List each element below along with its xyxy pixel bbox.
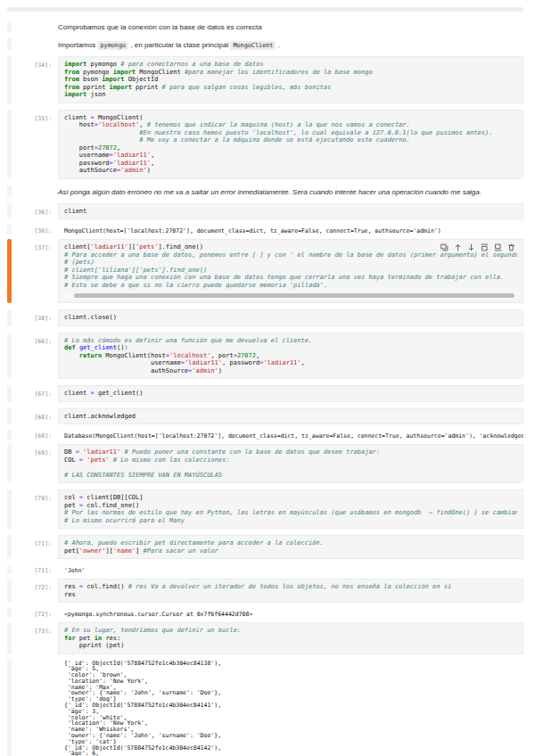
execution-count: [38]: [20,309,52,326]
cell-toolbar [439,242,517,252]
inline-code: MongoClient [230,41,276,50]
code-cell[interactable]: import pymongo # para conectarnos a una … [58,56,523,103]
execution-count: [67]: [20,385,52,402]
cell-row: [37]:client['ladiar11']['pets'].find_one… [7,239,523,303]
cell-collapser [7,489,12,529]
cell-collapser [7,430,12,440]
execution-count: [73]: [20,622,52,654]
cell-row: [36]:client [7,203,523,220]
code-editor: # Lo más cómodo es definir una función q… [64,337,517,375]
code-editor: # En su lugar, tendríamos que definir un… [64,627,517,650]
cell-row: [71]:'John' [7,564,523,574]
output-area: 'John' [58,564,523,574]
execution-count [20,185,52,197]
code-editor: import pymongo # para conectarnos a una … [64,61,517,99]
scrollbar-thumb[interactable] [74,293,514,298]
markdown-text: Comprobamos que la conexión con la base … [58,23,262,31]
execution-count [20,21,52,32]
notebook-cells: Comprobamos que la conexión con la base … [0,21,535,756]
cell-row: [38]:client.close() [7,309,523,326]
markdown-text: . [276,41,279,49]
code-cell[interactable]: client = get_client() [58,385,523,402]
cell-collapser [7,579,12,603]
code-cell[interactable]: # En su lugar, tendríamos que definir un… [58,622,523,654]
cell-row: [71]:# Ahora, puedo escribir pet directa… [7,535,523,559]
active-cell-indicator[interactable] [7,239,12,303]
markdown-text: Así ponga algún dato erróneo no me va a … [58,188,482,196]
cell-collapser [7,56,12,103]
execution-count: [36]: [20,225,52,234]
execution-count: [71]: [20,535,52,559]
cell-row: {'_id': ObjectId('57884752fe1c4b304ec841… [7,660,523,756]
cell-collapser [7,110,12,179]
execution-count: [37]: [20,239,52,303]
cell-collapser [7,408,12,425]
code-cell[interactable]: client.close() [58,309,523,326]
execution-count: [72]: [20,608,52,618]
execution-count: [70]: [20,489,52,529]
code-cell[interactable]: # Ahora, puedo escribir pet directamente… [58,535,523,559]
cell-collapser [7,309,12,326]
output-area: Database(MongoClient(host=['localhost:27… [58,430,523,440]
cell-collapser [7,535,12,559]
execution-count [20,660,52,756]
execution-count: [68]: [20,430,52,440]
code-cell[interactable]: client [58,203,523,220]
code-editor: res = col.find() # res Va a devolver un … [64,583,517,598]
cell-row: [34]:import pymongo # para conectarnos a… [7,56,523,103]
execution-count: [34]: [20,56,52,103]
insert-cell-below-icon[interactable] [494,243,502,251]
code-editor: client = MongoClient( host='localhost', … [64,114,517,175]
cell-row: [72]:res = col.find() # res Va a devolve… [7,579,523,603]
horizontal-scrollbar[interactable] [64,292,517,299]
code-editor: # Ahora, puedo escribir pet directamente… [64,539,517,555]
markdown-cell[interactable]: Comprobamos que la conexión con la base … [58,21,523,32]
cell-row: [68]:Database(MongoClient(host=['localho… [7,430,523,440]
execution-count: [69]: [20,444,52,483]
cell-collapser [7,444,12,483]
cell-row: Importamos pymongo , en particular la cl… [7,38,523,50]
inline-code: pymongo [97,41,128,50]
cell-row: [70]:col = client[DB][COL]pet = col.find… [7,489,523,529]
duplicate-cell-icon[interactable] [440,243,449,251]
cell-collapser [7,38,12,50]
move-cell-down-icon[interactable] [467,243,475,251]
cell-row: Comprobamos que la conexión con la base … [7,21,523,32]
code-cell[interactable]: col = client[DB][COL]pet = col.find_one(… [58,489,523,529]
cell-row: [36]:MongoClient(host=['localhost:27072'… [7,225,523,234]
code-editor: col = client[DB][COL]pet = col.find_one(… [64,494,517,524]
code-cell[interactable]: client = MongoClient( host='localhost', … [58,110,523,179]
code-editor: client.close() [64,314,517,322]
code-editor: client [64,208,517,216]
cell-collapser [7,660,12,756]
output-area: <pymongo.synchronous.cursor.Cursor at 0x… [58,608,523,618]
code-cell[interactable]: res = col.find() # res Va a devolver un … [58,579,523,603]
code-cell[interactable]: DB = 'ladiar11' # Puedo poner una consta… [58,444,523,483]
code-cell[interactable]: # Lo más cómodo es definir una función q… [58,333,523,380]
cell-row: [68]:client.acknowledged [7,408,523,425]
cell-collapser [7,21,12,32]
jupyter-notebook: Comprobamos que la conexión con la base … [0,0,535,756]
markdown-text: , en particular la clase principal [128,41,230,49]
cell-collapser [7,564,12,574]
execution-count [20,38,52,50]
move-cell-up-icon[interactable] [454,243,462,251]
code-editor: client.acknowledged [64,413,517,421]
output-area: {'_id': ObjectId('57884752fe1c4b304ec841… [58,660,523,756]
markdown-cell[interactable]: Así ponga algún dato erróneo no me va a … [58,185,523,197]
cell-row: [69]:DB = 'ladiar11' # Puedo poner una c… [7,444,523,483]
code-cell[interactable]: client.acknowledged [58,408,523,425]
partial-cell-above [7,7,523,12]
code-cell[interactable]: client['ladiar11']['pets'].find_one()# P… [58,239,523,303]
execution-count: [72]: [20,579,52,603]
output-area: MongoClient(host=['localhost:27072'], do… [58,225,523,234]
cell-collapser [7,203,12,220]
cell-row: [73]:# En su lugar, tendríamos que defin… [7,622,523,654]
execution-count: [36]: [20,203,52,220]
markdown-cell[interactable]: Importamos pymongo , en particular la cl… [58,38,523,50]
insert-cell-above-icon[interactable] [481,243,489,251]
delete-cell-icon[interactable] [507,243,515,251]
cell-collapser [7,608,12,618]
markdown-text: Importamos [58,41,97,49]
execution-count: [68]: [20,408,52,425]
